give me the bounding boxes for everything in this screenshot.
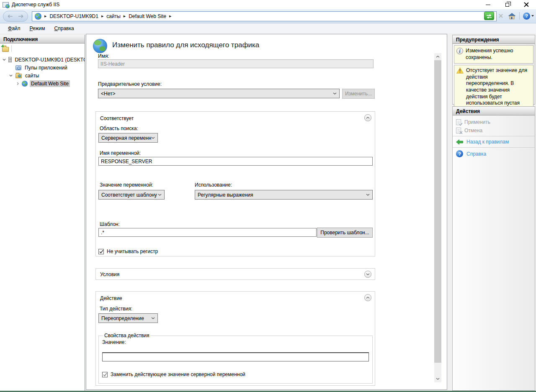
close-icon bbox=[524, 2, 529, 7]
chevron-collapsed-icon[interactable] bbox=[15, 82, 20, 85]
help-menu-button[interactable]: ? bbox=[523, 13, 534, 20]
home-button[interactable] bbox=[508, 12, 516, 20]
menu-help[interactable]: Справка bbox=[50, 24, 79, 33]
restore-button[interactable] bbox=[497, 0, 517, 9]
action-type-select[interactable]: Переопределение bbox=[98, 313, 158, 323]
connections-header: Подключения bbox=[0, 35, 85, 44]
using-select[interactable]: Регулярные выражения bbox=[195, 190, 373, 200]
refresh-button[interactable] bbox=[484, 12, 494, 20]
tree-item-sites[interactable]: сайты bbox=[0, 72, 85, 79]
tree-item-app-pools[interactable]: Пулы приложений bbox=[0, 64, 85, 72]
info-icon: i bbox=[456, 48, 463, 54]
tree-item-default-web-site[interactable]: Default Web Site bbox=[0, 79, 85, 87]
breadcrumb-separator-icon[interactable]: ▶ bbox=[124, 15, 126, 18]
value-input[interactable] bbox=[102, 352, 369, 361]
alerts-panel: Предупреждения i Изменения успешно сохра… bbox=[452, 35, 535, 105]
navigation-pill bbox=[3, 11, 28, 22]
scroll-down-button[interactable] bbox=[434, 375, 441, 382]
menu-mode[interactable]: Режим bbox=[25, 24, 50, 33]
chevron-down-icon bbox=[151, 137, 155, 139]
edit-precondition-button: Изменить... bbox=[342, 89, 375, 99]
replace-value-row[interactable]: Заменить действующее значение серверной … bbox=[102, 372, 369, 377]
pattern-label: Шаблон: bbox=[100, 221, 120, 227]
globe-icon bbox=[5, 4, 10, 8]
menu-file[interactable]: Файл bbox=[3, 24, 25, 33]
content-scrollbar[interactable] bbox=[434, 53, 441, 382]
back-icon[interactable] bbox=[8, 14, 13, 18]
refresh-icon bbox=[486, 14, 492, 18]
connections-panel: Подключения DESKTOP-U1MK9D1 (DESKTOP Пул… bbox=[0, 35, 85, 391]
chevron-down-icon bbox=[333, 92, 337, 95]
help-link[interactable]: ? Справка bbox=[453, 149, 535, 159]
back-to-rules-link[interactable]: Назад к правилам bbox=[453, 138, 535, 146]
tree-item-label: Default Web Site bbox=[30, 80, 70, 87]
replace-value-checkbox[interactable] bbox=[102, 372, 108, 377]
minimize-button[interactable] bbox=[478, 0, 497, 9]
breadcrumb-sites[interactable]: сайты bbox=[106, 13, 121, 19]
name-input bbox=[98, 59, 374, 68]
ignore-case-label: Не учитывать регистр bbox=[107, 249, 158, 254]
expand-section-button[interactable] bbox=[364, 271, 371, 278]
action-type-label: Тип действия: bbox=[100, 306, 132, 312]
breadcrumb-server[interactable]: DESKTOP-U1MK9D1 bbox=[49, 13, 98, 19]
chevron-down-icon bbox=[366, 194, 370, 196]
action-section-header: Действие bbox=[100, 295, 122, 301]
chevron-expanded-icon[interactable] bbox=[9, 74, 13, 77]
replace-value-label: Заменить действующее значение серверной … bbox=[111, 372, 245, 377]
ignore-case-checkbox[interactable] bbox=[98, 249, 104, 254]
rule-globe-icon bbox=[93, 39, 107, 53]
match-section: Соответствует Область поиска: Серверная … bbox=[95, 111, 375, 256]
collapse-section-button[interactable] bbox=[364, 294, 371, 301]
globe-icon bbox=[35, 13, 41, 20]
home-icon bbox=[508, 13, 515, 19]
chevron-down-icon bbox=[158, 194, 162, 196]
tree-item-label: Пулы приложений bbox=[23, 64, 69, 71]
restore-icon bbox=[505, 3, 509, 7]
actions-divider bbox=[453, 136, 535, 136]
scope-select[interactable]: Серверная переменн bbox=[98, 133, 158, 143]
chevron-up-icon bbox=[366, 117, 370, 119]
toolbar-divider bbox=[11, 45, 12, 52]
variable-name-label: Имя переменной: bbox=[100, 150, 141, 156]
variable-name-input[interactable] bbox=[98, 157, 373, 166]
scrollbar-thumb[interactable] bbox=[434, 60, 441, 363]
app-icon bbox=[3, 2, 9, 8]
breadcrumb-site[interactable]: Default Web Site bbox=[129, 13, 166, 19]
chevron-down-icon bbox=[436, 378, 440, 380]
pattern-input[interactable] bbox=[98, 228, 317, 237]
help-icon: ? bbox=[523, 13, 530, 20]
title-bar: Диспетчер служб IIS bbox=[0, 0, 536, 9]
server-icon bbox=[8, 57, 12, 62]
apply-button: Применить bbox=[453, 118, 535, 126]
check-icon bbox=[99, 250, 103, 254]
add-connection-icon[interactable] bbox=[2, 47, 9, 52]
forward-icon[interactable] bbox=[18, 14, 23, 18]
scope-label: Область поиска: bbox=[100, 126, 138, 131]
actions-header: Действия bbox=[453, 107, 535, 115]
scroll-up-button[interactable] bbox=[434, 53, 441, 60]
precondition-select[interactable]: <Нет> bbox=[98, 89, 340, 98]
breadcrumb-separator-icon[interactable]: ▶ bbox=[101, 15, 103, 18]
scrollbar-track[interactable] bbox=[434, 60, 441, 375]
menu-bar: Файл Режим Справка bbox=[0, 23, 536, 33]
close-button[interactable] bbox=[517, 0, 536, 9]
breadcrumb-separator-icon[interactable]: ▶ bbox=[169, 15, 171, 18]
help-icon: ? bbox=[456, 150, 463, 157]
application-pools-icon bbox=[15, 65, 21, 70]
variable-value-select[interactable]: Соответствует шаблону bbox=[98, 190, 165, 200]
breadcrumb-separator-icon[interactable]: ▶ bbox=[44, 15, 46, 18]
collapse-section-button[interactable] bbox=[364, 114, 371, 121]
test-pattern-button[interactable]: Проверить шаблон... bbox=[317, 228, 373, 238]
back-arrow-icon bbox=[456, 139, 463, 145]
ignore-case-row[interactable]: Не учитывать регистр bbox=[98, 249, 158, 254]
tree-item-server[interactable]: DESKTOP-U1MK9D1 (DESKTOP bbox=[0, 56, 85, 64]
variable-value-label: Значение переменной: bbox=[100, 182, 153, 188]
chevron-up-icon bbox=[366, 297, 370, 299]
edit-outbound-rule-page: Изменить правило для исходящего трафика … bbox=[86, 34, 447, 390]
action-section: Действие Тип действия: Переопределение С… bbox=[95, 291, 375, 386]
breadcrumb-bar[interactable]: ▶ DESKTOP-U1MK9D1 ▶ сайты ▶ Default Web … bbox=[32, 11, 497, 21]
tree-item-label: сайты bbox=[24, 72, 41, 79]
value-label: Значение: bbox=[102, 339, 369, 345]
chevron-expanded-icon[interactable] bbox=[2, 59, 6, 61]
minimize-icon bbox=[486, 5, 490, 5]
